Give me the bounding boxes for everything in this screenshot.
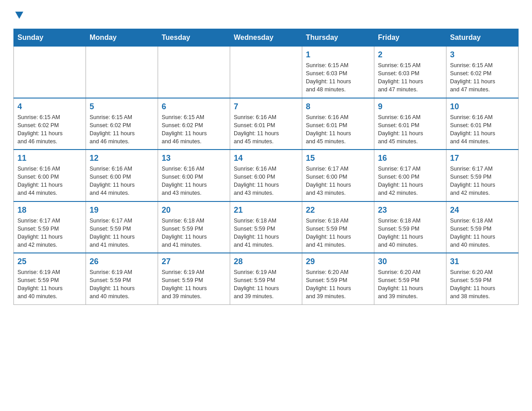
calendar-cell bbox=[86, 47, 158, 98]
calendar-cell: 23Sunrise: 6:18 AM Sunset: 5:59 PM Dayli… bbox=[374, 201, 446, 253]
column-header-monday: Monday bbox=[86, 29, 158, 47]
day-info: Sunrise: 6:18 AM Sunset: 5:59 PM Dayligh… bbox=[162, 217, 226, 249]
day-info: Sunrise: 6:18 AM Sunset: 5:59 PM Dayligh… bbox=[306, 217, 370, 249]
day-number: 4 bbox=[17, 102, 82, 111]
column-header-saturday: Saturday bbox=[446, 29, 519, 47]
day-info: Sunrise: 6:15 AM Sunset: 6:02 PM Dayligh… bbox=[90, 113, 154, 146]
day-info: Sunrise: 6:15 AM Sunset: 6:02 PM Dayligh… bbox=[162, 113, 226, 146]
calendar-cell: 16Sunrise: 6:17 AM Sunset: 6:00 PM Dayli… bbox=[374, 150, 446, 201]
day-number: 16 bbox=[378, 154, 442, 163]
day-info: Sunrise: 6:17 AM Sunset: 6:00 PM Dayligh… bbox=[306, 165, 370, 197]
column-header-friday: Friday bbox=[374, 29, 446, 47]
day-number: 26 bbox=[90, 257, 154, 266]
day-number: 10 bbox=[450, 102, 515, 111]
day-number: 13 bbox=[162, 154, 226, 163]
day-info: Sunrise: 6:19 AM Sunset: 5:59 PM Dayligh… bbox=[17, 268, 82, 301]
logo-triangle-icon bbox=[14, 10, 24, 20]
column-header-tuesday: Tuesday bbox=[158, 29, 230, 47]
day-number: 14 bbox=[234, 154, 298, 163]
day-number: 29 bbox=[306, 257, 370, 266]
day-number: 5 bbox=[90, 102, 154, 111]
day-info: Sunrise: 6:20 AM Sunset: 5:59 PM Dayligh… bbox=[306, 268, 370, 301]
day-info: Sunrise: 6:15 AM Sunset: 6:03 PM Dayligh… bbox=[378, 61, 442, 94]
calendar-cell: 9Sunrise: 6:16 AM Sunset: 6:01 PM Daylig… bbox=[374, 98, 446, 150]
day-info: Sunrise: 6:15 AM Sunset: 6:02 PM Dayligh… bbox=[450, 61, 515, 94]
day-info: Sunrise: 6:18 AM Sunset: 5:59 PM Dayligh… bbox=[234, 217, 298, 249]
day-number: 12 bbox=[90, 154, 154, 163]
calendar-week-row: 4Sunrise: 6:15 AM Sunset: 6:02 PM Daylig… bbox=[14, 98, 519, 150]
calendar-cell: 28Sunrise: 6:19 AM Sunset: 5:59 PM Dayli… bbox=[230, 253, 302, 304]
day-info: Sunrise: 6:17 AM Sunset: 5:59 PM Dayligh… bbox=[90, 217, 154, 249]
calendar-week-row: 1Sunrise: 6:15 AM Sunset: 6:03 PM Daylig… bbox=[14, 47, 519, 98]
calendar-cell: 22Sunrise: 6:18 AM Sunset: 5:59 PM Dayli… bbox=[302, 201, 374, 253]
day-number: 28 bbox=[234, 257, 298, 266]
day-info: Sunrise: 6:17 AM Sunset: 5:59 PM Dayligh… bbox=[17, 217, 82, 249]
day-info: Sunrise: 6:16 AM Sunset: 6:00 PM Dayligh… bbox=[234, 165, 298, 197]
day-number: 9 bbox=[378, 102, 442, 111]
calendar-cell bbox=[14, 47, 86, 98]
day-info: Sunrise: 6:20 AM Sunset: 5:59 PM Dayligh… bbox=[378, 268, 442, 301]
calendar-cell: 3Sunrise: 6:15 AM Sunset: 6:02 PM Daylig… bbox=[446, 47, 519, 98]
calendar-cell: 6Sunrise: 6:15 AM Sunset: 6:02 PM Daylig… bbox=[158, 98, 230, 150]
calendar-cell: 24Sunrise: 6:18 AM Sunset: 5:59 PM Dayli… bbox=[446, 201, 519, 253]
day-number: 6 bbox=[162, 102, 226, 111]
calendar-cell: 4Sunrise: 6:15 AM Sunset: 6:02 PM Daylig… bbox=[14, 98, 86, 150]
day-info: Sunrise: 6:15 AM Sunset: 6:03 PM Dayligh… bbox=[306, 61, 370, 94]
calendar-cell: 26Sunrise: 6:19 AM Sunset: 5:59 PM Dayli… bbox=[86, 253, 158, 304]
day-number: 15 bbox=[306, 154, 370, 163]
calendar-cell: 19Sunrise: 6:17 AM Sunset: 5:59 PM Dayli… bbox=[86, 201, 158, 253]
day-number: 31 bbox=[450, 257, 515, 266]
day-info: Sunrise: 6:16 AM Sunset: 6:00 PM Dayligh… bbox=[17, 165, 82, 197]
day-number: 8 bbox=[306, 102, 370, 111]
day-info: Sunrise: 6:18 AM Sunset: 5:59 PM Dayligh… bbox=[378, 217, 442, 249]
day-number: 21 bbox=[234, 206, 298, 215]
calendar-cell: 11Sunrise: 6:16 AM Sunset: 6:00 PM Dayli… bbox=[14, 150, 86, 201]
day-info: Sunrise: 6:16 AM Sunset: 6:01 PM Dayligh… bbox=[306, 113, 370, 146]
calendar-cell: 31Sunrise: 6:20 AM Sunset: 5:59 PM Dayli… bbox=[446, 253, 519, 304]
day-info: Sunrise: 6:16 AM Sunset: 6:01 PM Dayligh… bbox=[234, 113, 298, 146]
day-info: Sunrise: 6:17 AM Sunset: 5:59 PM Dayligh… bbox=[450, 165, 515, 197]
day-number: 23 bbox=[378, 206, 442, 215]
day-info: Sunrise: 6:20 AM Sunset: 5:59 PM Dayligh… bbox=[450, 268, 515, 301]
day-number: 30 bbox=[378, 257, 442, 266]
calendar-week-row: 18Sunrise: 6:17 AM Sunset: 5:59 PM Dayli… bbox=[14, 201, 519, 253]
day-info: Sunrise: 6:19 AM Sunset: 5:59 PM Dayligh… bbox=[90, 268, 154, 301]
calendar-cell: 18Sunrise: 6:17 AM Sunset: 5:59 PM Dayli… bbox=[14, 201, 86, 253]
calendar-cell: 5Sunrise: 6:15 AM Sunset: 6:02 PM Daylig… bbox=[86, 98, 158, 150]
calendar-cell: 10Sunrise: 6:16 AM Sunset: 6:01 PM Dayli… bbox=[446, 98, 519, 150]
day-number: 17 bbox=[450, 154, 515, 163]
calendar-cell: 30Sunrise: 6:20 AM Sunset: 5:59 PM Dayli… bbox=[374, 253, 446, 304]
day-number: 2 bbox=[378, 50, 442, 60]
calendar-cell: 27Sunrise: 6:19 AM Sunset: 5:59 PM Dayli… bbox=[158, 253, 230, 304]
day-number: 7 bbox=[234, 102, 298, 111]
calendar-cell bbox=[158, 47, 230, 98]
page-header bbox=[13, 9, 519, 20]
logo bbox=[13, 9, 24, 20]
day-info: Sunrise: 6:17 AM Sunset: 6:00 PM Dayligh… bbox=[378, 165, 442, 197]
column-header-thursday: Thursday bbox=[302, 29, 374, 47]
calendar-cell: 13Sunrise: 6:16 AM Sunset: 6:00 PM Dayli… bbox=[158, 150, 230, 201]
calendar-cell: 1Sunrise: 6:15 AM Sunset: 6:03 PM Daylig… bbox=[302, 47, 374, 98]
day-info: Sunrise: 6:16 AM Sunset: 6:01 PM Dayligh… bbox=[378, 113, 442, 146]
calendar-cell: 7Sunrise: 6:16 AM Sunset: 6:01 PM Daylig… bbox=[230, 98, 302, 150]
day-number: 3 bbox=[450, 50, 515, 60]
day-info: Sunrise: 6:19 AM Sunset: 5:59 PM Dayligh… bbox=[162, 268, 226, 301]
calendar-header-row: SundayMondayTuesdayWednesdayThursdayFrid… bbox=[14, 29, 519, 47]
day-number: 24 bbox=[450, 206, 515, 215]
day-number: 19 bbox=[90, 206, 154, 215]
calendar-cell: 8Sunrise: 6:16 AM Sunset: 6:01 PM Daylig… bbox=[302, 98, 374, 150]
calendar-week-row: 25Sunrise: 6:19 AM Sunset: 5:59 PM Dayli… bbox=[14, 253, 519, 304]
day-number: 20 bbox=[162, 206, 226, 215]
day-number: 18 bbox=[17, 206, 82, 215]
svg-marker-0 bbox=[15, 12, 23, 19]
day-number: 11 bbox=[17, 154, 82, 163]
day-info: Sunrise: 6:15 AM Sunset: 6:02 PM Dayligh… bbox=[17, 113, 82, 146]
day-number: 25 bbox=[17, 257, 82, 266]
calendar-cell: 21Sunrise: 6:18 AM Sunset: 5:59 PM Dayli… bbox=[230, 201, 302, 253]
day-number: 22 bbox=[306, 206, 370, 215]
calendar-cell: 2Sunrise: 6:15 AM Sunset: 6:03 PM Daylig… bbox=[374, 47, 446, 98]
calendar-cell: 20Sunrise: 6:18 AM Sunset: 5:59 PM Dayli… bbox=[158, 201, 230, 253]
calendar-cell: 14Sunrise: 6:16 AM Sunset: 6:00 PM Dayli… bbox=[230, 150, 302, 201]
day-info: Sunrise: 6:18 AM Sunset: 5:59 PM Dayligh… bbox=[450, 217, 515, 249]
day-info: Sunrise: 6:19 AM Sunset: 5:59 PM Dayligh… bbox=[234, 268, 298, 301]
